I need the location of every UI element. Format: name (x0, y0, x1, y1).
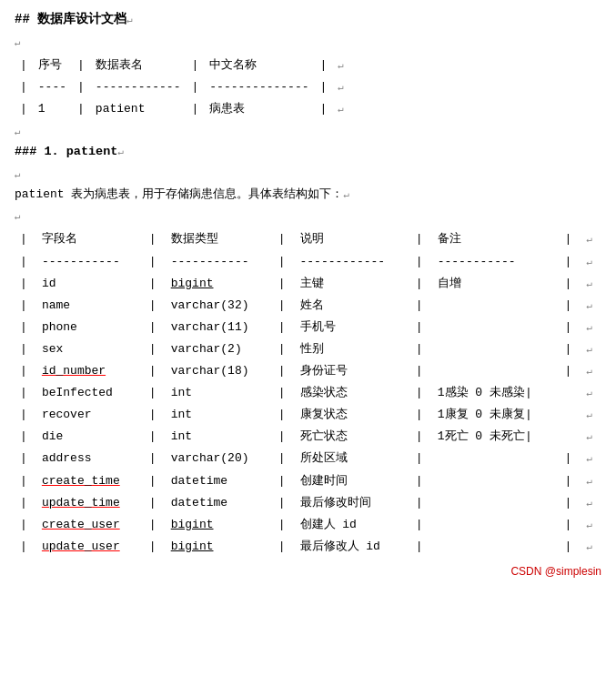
cell: | (15, 492, 36, 514)
cell: | (273, 536, 295, 558)
desc-cell: 创建时间 (295, 470, 410, 492)
cell: ----------- (432, 251, 560, 273)
cell: ↵ (581, 228, 601, 250)
cell: | (410, 492, 432, 514)
note-cell (432, 470, 560, 492)
cell: | (560, 251, 581, 273)
cell: ----------- (166, 251, 273, 273)
cell: | (273, 404, 295, 426)
cell: | (144, 492, 166, 514)
cell: | (15, 536, 36, 558)
cell: | (144, 382, 166, 404)
newline2: ↵ (15, 122, 601, 142)
cell: ↵ (332, 76, 349, 98)
type-cell: datetime (166, 470, 273, 492)
cell: ↵ (581, 536, 601, 558)
type-cell: varchar(32) (166, 295, 273, 317)
type-cell: datetime (166, 492, 273, 514)
field-name-cell: recover (36, 404, 144, 426)
cell: | (273, 338, 295, 360)
note-cell (432, 338, 560, 360)
cell: | (186, 76, 204, 98)
desc-cell: 所处区域 (295, 448, 410, 469)
cell: | (144, 273, 166, 295)
note-cell (432, 360, 560, 382)
cell: | (186, 98, 204, 120)
note-cell: 1死亡 0 未死亡| (432, 426, 560, 448)
note-cell: 1感染 0 未感染| (432, 382, 560, 404)
table-row: | phone | varchar(11) | 手机号 | | ↵ (15, 317, 601, 338)
desc-cell: 姓名 (295, 295, 410, 317)
field-name-cell: id (36, 273, 144, 295)
desc-cell: 感染状态 (295, 382, 410, 404)
type-cell: varchar(11) (166, 317, 273, 338)
cell: | (273, 426, 295, 448)
type-cell: bigint (166, 536, 273, 558)
cell: ↵ (581, 426, 601, 448)
field-name-cell: update_time (36, 492, 144, 514)
cell: ↵ (332, 98, 349, 120)
table-row: | address | varchar(20) | 所处区域 | | ↵ (15, 448, 601, 469)
cell: | (273, 382, 295, 404)
cell: ↵ (581, 404, 601, 426)
cell: | (15, 514, 36, 536)
cell: | (273, 470, 295, 492)
field-name-cell: phone (36, 317, 144, 338)
cell (560, 426, 581, 448)
cell: | (15, 426, 36, 448)
table-sep-row: | ----------- | ----------- | ----------… (15, 251, 601, 273)
table-row: | die | int | 死亡状态 | 1死亡 0 未死亡| ↵ (15, 426, 601, 448)
cell: | (15, 251, 36, 273)
cell: | (560, 360, 581, 382)
cell: 说明 (295, 228, 410, 250)
cell: ↵ (581, 251, 601, 273)
cell: | (15, 448, 36, 469)
type-cell: bigint (166, 514, 273, 536)
desc-cell: 手机号 (295, 317, 410, 338)
doc-title: ## 数据库设计文档↵ (15, 9, 601, 31)
type-cell: varchar(2) (166, 338, 273, 360)
fields-table: | 字段名 | 数据类型 | 说明 | 备注 | ↵ | -----------… (15, 228, 601, 557)
cell: | (560, 228, 581, 250)
cell: | (15, 98, 33, 120)
field-name-cell: beInfected (36, 382, 144, 404)
cell: | (560, 295, 581, 317)
cell: | (273, 251, 295, 273)
cell: | (15, 360, 36, 382)
cell: | (144, 317, 166, 338)
type-cell: int (166, 404, 273, 426)
cell: ↵ (581, 470, 601, 492)
cell: 备注 (432, 228, 560, 250)
table-row: | name | varchar(32) | 姓名 | | ↵ (15, 295, 601, 317)
cell: | (72, 55, 90, 76)
cell: | (72, 98, 90, 120)
cell: ↵ (581, 360, 601, 382)
cell: | (560, 514, 581, 536)
note-cell (432, 317, 560, 338)
cell: | (410, 514, 432, 536)
cell: ↵ (581, 382, 601, 404)
cell: | (273, 295, 295, 317)
table-row: | id | bigint | 主键 | 自增 | ↵ (15, 273, 601, 295)
type-cell: int (166, 382, 273, 404)
cell: | (15, 55, 33, 76)
cell: ↵ (581, 338, 601, 360)
desc-cell: 最后修改时间 (295, 492, 410, 514)
document-content: ## 数据库设计文档↵ ↵ | 序号 | 数据表名 | 中文名称 | ↵ | -… (15, 9, 601, 558)
note-cell (432, 536, 560, 558)
cell: 病患表 (204, 98, 314, 120)
cell: | (15, 317, 36, 338)
cell: 数据表名 (90, 55, 187, 76)
cell: | (410, 273, 432, 295)
cell: | (560, 470, 581, 492)
cell: | (273, 228, 295, 250)
cell: ↵ (581, 295, 601, 317)
note-cell (432, 492, 560, 514)
type-cell: bigint (166, 273, 273, 295)
type-cell: varchar(20) (166, 448, 273, 469)
desc-cell: 康复状态 (295, 404, 410, 426)
desc-cell: 创建人 id (295, 514, 410, 536)
field-name-cell: sex (36, 338, 144, 360)
cell: ---- (33, 76, 72, 98)
cell: | (560, 536, 581, 558)
